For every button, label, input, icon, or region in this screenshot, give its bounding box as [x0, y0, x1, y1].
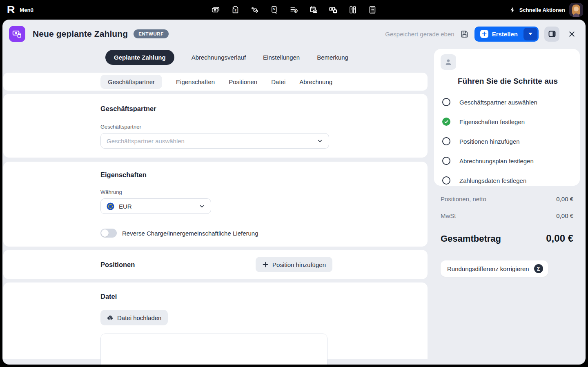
section-heading-partner: Geschäftspartner: [100, 105, 428, 113]
menu-button[interactable]: Menü: [20, 7, 33, 13]
plus-icon: [480, 30, 488, 38]
reverse-charge-label: Reverse Charge/innergemeinschaftliche Li…: [122, 230, 258, 237]
file-dropzone[interactable]: [100, 334, 327, 365]
invoice-refresh-icon[interactable]: €: [231, 5, 240, 14]
section-datei: Datei Datei hochladen: [3, 282, 428, 359]
total-value: 0,00 €: [546, 233, 573, 244]
step-item: Zahlungsdaten festlegen: [441, 171, 573, 190]
app-logo[interactable]: R: [7, 4, 15, 16]
step-circle-empty-icon: [442, 137, 450, 145]
steps-heading: Führen Sie die Schritte aus: [458, 77, 573, 86]
time-sync-icon[interactable]: [250, 5, 259, 14]
calendar-payment-icon[interactable]: [309, 5, 318, 14]
page-title: Neue geplante Zahlung: [33, 29, 128, 39]
vat-label: MwSt: [441, 212, 456, 219]
steps-card: Führen Sie die Schritte aus Geschäftspar…: [434, 49, 580, 186]
net-label: Positionen, netto: [441, 196, 486, 202]
quick-actions-label: Schnelle Aktionen: [519, 7, 565, 13]
close-button[interactable]: [567, 29, 577, 39]
calculator-icon[interactable]: [368, 5, 377, 14]
total-label: Gesamtbetrag: [441, 234, 501, 244]
step-item: Positionen hinzufügen: [441, 131, 573, 151]
svg-text:€: €: [235, 9, 237, 12]
close-icon: [568, 30, 576, 38]
svg-text:€: €: [273, 7, 275, 11]
section-heading-eigenschaften: Eigenschaften: [100, 171, 428, 179]
step-item: Geschäftspartner auswählen: [441, 92, 573, 112]
cash-icon[interactable]: [211, 5, 220, 14]
section-geschaeftspartner: Geschäftspartner Geschäftspartner Geschä…: [3, 94, 428, 158]
subtab-datei[interactable]: Datei: [271, 78, 285, 85]
payment-bag-icon[interactable]: [329, 5, 338, 14]
topbar-nav-icons: € € €: [211, 0, 377, 20]
saved-status-text: Gespeichert gerade eben: [385, 31, 454, 38]
vat-value: 0,00 €: [556, 212, 573, 219]
user-avatar[interactable]: [569, 3, 583, 17]
caret-down-icon: [528, 33, 532, 35]
tab-bemerkung[interactable]: Bemerkung: [317, 54, 348, 61]
totals-summary: Positionen, netto 0,00 € MwSt 0,00 € Ges…: [434, 196, 580, 244]
tab-abrechnungsverlauf[interactable]: Abrechnungsverlauf: [192, 54, 246, 61]
fix-rounding-difference-button[interactable]: Rundungsdifferenz korrigieren Σ: [441, 260, 548, 277]
reverse-charge-toggle[interactable]: [100, 229, 117, 238]
create-dropdown-button[interactable]: [523, 28, 537, 40]
side-panel-icon: [548, 30, 556, 38]
create-button[interactable]: Erstellen: [474, 27, 539, 42]
scheduled-payment-modal: Neue geplante Zahlung ENTWURF Gespeicher…: [2, 20, 586, 365]
eu-flag-icon: [107, 202, 114, 210]
modal-header: Neue geplante Zahlung ENTWURF Gespeicher…: [2, 20, 586, 48]
tab-geplante-zahlung[interactable]: Geplante Zahlung: [105, 50, 174, 65]
svg-text:€: €: [295, 9, 296, 12]
step-item: Abrechnungsplan festlegen: [441, 151, 573, 171]
person-icon: [441, 54, 456, 70]
quick-actions-button[interactable]: Schnelle Aktionen: [509, 7, 565, 13]
currency-field-label: Währung: [100, 189, 428, 195]
subtab-positionen[interactable]: Positionen: [229, 78, 257, 85]
section-heading-datei: Datei: [100, 293, 428, 300]
step-circle-empty-icon: [442, 176, 450, 185]
topbar: R Menü € €: [0, 0, 588, 20]
lightning-icon: [509, 7, 516, 13]
screen: R Menü € €: [0, 0, 588, 367]
subtab-abrechnung[interactable]: Abrechnung: [299, 78, 332, 85]
tab-einstellungen[interactable]: Einstellungen: [263, 54, 300, 61]
net-value: 0,00 €: [556, 196, 573, 202]
partner-field-label: Geschäftspartner: [100, 124, 428, 130]
subtab-geschaeftspartner[interactable]: Geschäftspartner: [100, 75, 162, 89]
subtab-eigenschaften[interactable]: Eigenschaften: [176, 78, 215, 85]
section-heading-positionen: Positionen: [100, 261, 135, 269]
upload-file-button[interactable]: Datei hochladen: [100, 310, 168, 325]
section-positionen: Positionen Position hinzufügen: [3, 250, 428, 279]
step-circle-empty-icon: [442, 98, 450, 106]
upload-cloud-icon: [107, 314, 114, 321]
document-euro-icon[interactable]: €: [270, 5, 279, 14]
section-subtabs: Geschäftspartner Eigenschaften Positione…: [3, 73, 428, 91]
step-item: Eigenschaften festlegen: [441, 112, 573, 131]
save-icon[interactable]: [460, 30, 469, 38]
plus-icon: [262, 261, 269, 268]
right-sidebar: Führen Sie die Schritte aus Geschäftspar…: [434, 49, 580, 277]
section-eigenschaften: Eigenschaften Währung EUR Reverse Charge…: [3, 162, 428, 247]
chevron-down-icon: [317, 138, 323, 144]
step-circle-check-icon: [442, 118, 450, 126]
sigma-icon: Σ: [534, 264, 543, 273]
step-circle-empty-icon: [442, 157, 450, 165]
form-content: Geschäftspartner Eigenschaften Positione…: [3, 73, 428, 359]
status-badge: ENTWURF: [134, 29, 169, 38]
toggle-side-panel-button[interactable]: [544, 27, 559, 42]
add-position-button[interactable]: Position hinzufügen: [256, 257, 332, 272]
chevron-down-icon: [199, 203, 205, 209]
list-euro-icon[interactable]: €: [290, 5, 298, 14]
scheduled-payment-icon: [9, 26, 25, 42]
main-tabs: Geplante Zahlung Abrechnungsverlauf Eins…: [105, 49, 348, 65]
archive-icon[interactable]: [348, 5, 357, 14]
currency-select[interactable]: EUR: [100, 198, 211, 214]
partner-select[interactable]: Geschäftspartner auswählen: [100, 133, 329, 149]
